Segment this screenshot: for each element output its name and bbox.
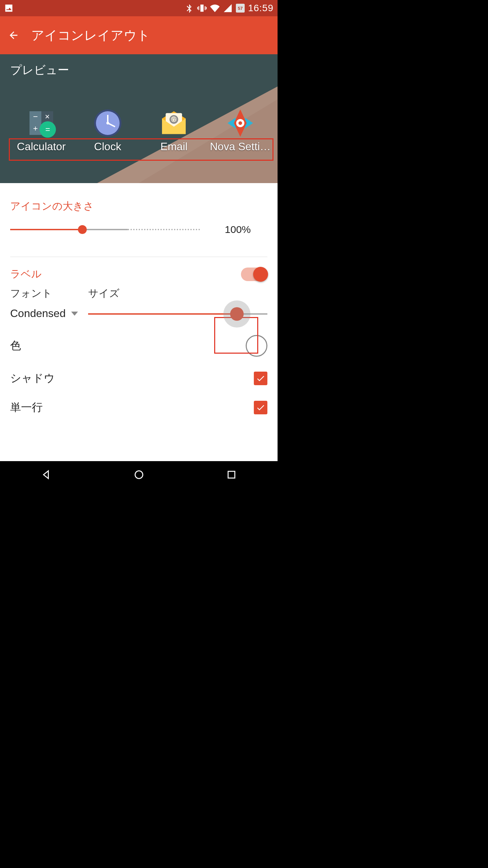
check-icon bbox=[256, 403, 265, 412]
back-button[interactable] bbox=[5, 27, 22, 43]
singleline-checkbox[interactable] bbox=[254, 401, 267, 414]
triangle-back-icon bbox=[41, 469, 52, 480]
image-icon bbox=[4, 3, 14, 13]
size-column: サイズ bbox=[88, 287, 267, 321]
email-icon: @ bbox=[159, 108, 188, 138]
singleline-label: 単一行 bbox=[10, 400, 43, 415]
status-right: 57 16:59 bbox=[184, 3, 273, 14]
chevron-down-icon bbox=[71, 312, 78, 316]
label-section-header: ラベル bbox=[10, 267, 267, 281]
icon-size-value: 100% bbox=[214, 224, 251, 235]
shadow-row[interactable]: シャドウ bbox=[10, 371, 267, 386]
svg-text:−: − bbox=[33, 112, 38, 121]
shadow-checkbox[interactable] bbox=[254, 372, 267, 385]
preview-label: プレビュー bbox=[10, 62, 69, 78]
nova-settings-icon bbox=[226, 108, 255, 138]
status-time: 16:59 bbox=[248, 3, 273, 14]
arrow-left-icon bbox=[8, 29, 19, 41]
nav-back-button[interactable] bbox=[36, 465, 57, 485]
label-section-title: ラベル bbox=[10, 267, 42, 281]
divider bbox=[10, 257, 267, 257]
svg-rect-22 bbox=[228, 471, 235, 478]
calculator-icon: − × + = bbox=[27, 108, 56, 138]
svg-point-20 bbox=[239, 121, 242, 125]
label-toggle[interactable] bbox=[241, 268, 267, 281]
font-column: フォント Condensed bbox=[10, 287, 75, 321]
svg-point-21 bbox=[135, 471, 143, 479]
font-label: フォント bbox=[10, 287, 75, 300]
status-bar: 57 16:59 bbox=[0, 0, 278, 16]
svg-text:=: = bbox=[45, 125, 50, 134]
toggle-knob bbox=[253, 267, 268, 282]
svg-text:×: × bbox=[45, 112, 49, 121]
nav-recent-button[interactable] bbox=[221, 465, 242, 485]
clock-icon bbox=[93, 108, 122, 138]
shadow-label: シャドウ bbox=[10, 371, 55, 386]
font-dropdown[interactable]: Condensed bbox=[10, 307, 75, 320]
svg-point-12 bbox=[106, 122, 109, 124]
icon-size-row: 100% bbox=[10, 223, 267, 236]
circle-home-icon bbox=[133, 469, 145, 480]
svg-text:+: + bbox=[33, 124, 38, 133]
label-size-slider[interactable] bbox=[88, 307, 267, 321]
highlight-labels-box bbox=[9, 138, 273, 161]
icon-size-title: アイコンの大きさ bbox=[10, 199, 267, 213]
nav-home-button[interactable] bbox=[129, 465, 149, 485]
device-frame: 57 16:59 アイコンレイアウト プレビュー − × bbox=[0, 0, 278, 488]
svg-text:@: @ bbox=[171, 116, 177, 123]
preview-panel: プレビュー − × + = Calculator bbox=[0, 54, 278, 183]
singleline-row[interactable]: 単一行 bbox=[10, 400, 267, 415]
label-size-thumb[interactable] bbox=[230, 307, 244, 321]
battery-icon: 57 bbox=[236, 4, 245, 13]
settings-body: アイコンの大きさ 100% ラベル フォント Condensed bbox=[0, 183, 278, 415]
square-recent-icon bbox=[226, 469, 237, 480]
font-size-row: フォント Condensed サイズ bbox=[10, 287, 267, 321]
wifi-icon bbox=[210, 3, 220, 13]
check-icon bbox=[256, 374, 265, 383]
status-left bbox=[4, 3, 14, 13]
size-label: サイズ bbox=[88, 287, 267, 300]
color-label: 色 bbox=[10, 338, 21, 353]
vibrate-icon bbox=[197, 3, 207, 13]
system-nav-bar bbox=[0, 461, 278, 488]
bluetooth-icon bbox=[184, 3, 194, 13]
page-title: アイコンレイアウト bbox=[31, 27, 150, 44]
icon-size-slider[interactable] bbox=[10, 223, 200, 236]
font-value: Condensed bbox=[10, 307, 66, 320]
cell-signal-icon bbox=[223, 3, 232, 13]
app-bar: アイコンレイアウト bbox=[0, 16, 278, 54]
icon-size-thumb[interactable] bbox=[78, 225, 87, 234]
